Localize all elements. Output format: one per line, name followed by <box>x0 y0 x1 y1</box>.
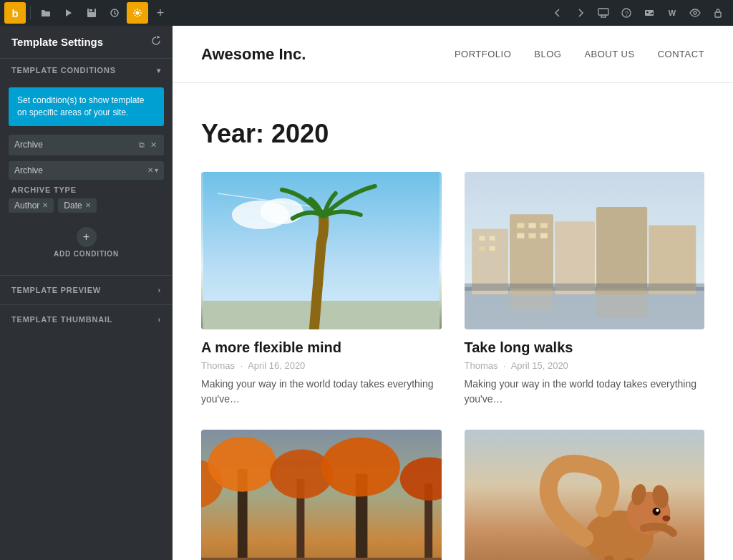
svg-rect-40 <box>510 289 553 311</box>
page-content: Year: 2020 <box>173 83 733 560</box>
plus-icon[interactable]: + <box>150 2 171 24</box>
blog-card-2: Take long walks Thomas · April 15, 2020 … <box>465 172 705 407</box>
svg-rect-16 <box>715 12 721 17</box>
template-thumbnail-section: Template Thumbnail › <box>0 304 173 334</box>
svg-rect-6 <box>598 9 608 15</box>
palm-image <box>201 172 442 329</box>
add-condition-button[interactable]: + <box>77 227 97 247</box>
blog-author-1: Thomas <box>201 360 235 371</box>
toolbar-separator-1 <box>30 6 31 20</box>
svg-rect-36 <box>517 233 524 238</box>
svg-rect-38 <box>540 233 547 238</box>
chevron-down-icon: ▾ <box>157 67 161 74</box>
desktop-icon[interactable] <box>593 2 614 24</box>
template-conditions-content: Set condition(s) to show template on spe… <box>0 82 173 275</box>
blog-card-3 <box>201 430 442 560</box>
svg-rect-27 <box>596 207 647 294</box>
add-condition-area: + ADD CONDITION <box>9 221 164 264</box>
nav-portfolio[interactable]: PORTFOLIO <box>455 49 511 59</box>
content-area: Awesome Inc. PORTFOLIO BLOG ABOUT US CON… <box>173 26 733 560</box>
city-image <box>465 172 705 329</box>
top-toolbar: b + ? W <box>0 0 733 26</box>
svg-rect-37 <box>528 233 535 238</box>
select-value: Archive <box>14 165 43 175</box>
svg-rect-33 <box>517 223 524 228</box>
conditions-info-box: Set condition(s) to show template on spe… <box>9 87 164 126</box>
svg-marker-0 <box>66 9 72 16</box>
folder-icon[interactable] <box>35 2 57 24</box>
chevron-right-thumbnail-icon: › <box>158 315 161 324</box>
nav-contact[interactable]: CONTACT <box>658 49 704 59</box>
archive-type-label: Archive Type <box>9 185 164 194</box>
svg-point-5 <box>136 11 140 15</box>
media-icon[interactable] <box>639 2 660 24</box>
template-preview-section: Template Preview › <box>0 275 173 304</box>
main-layout: Template Settings Template Conditions ▾ … <box>0 26 733 560</box>
sidebar: Template Settings Template Conditions ▾ … <box>0 26 173 560</box>
date-tag-close-icon[interactable]: ✕ <box>85 201 91 209</box>
blog-card-1: A more flexible mind Thomas · April 16, … <box>201 172 442 407</box>
nav-blog[interactable]: BLOG <box>534 49 561 59</box>
toolbar-right: ? W <box>547 2 729 24</box>
svg-rect-3 <box>89 9 92 11</box>
help-icon[interactable]: ? <box>616 2 637 24</box>
svg-point-51 <box>321 438 400 497</box>
select-arrows-icon: ✕ ▾ <box>147 166 158 174</box>
blog-excerpt-1: Making your way in the world today takes… <box>201 377 442 407</box>
blog-title-2: Take long walks <box>465 339 705 356</box>
svg-point-64 <box>662 516 670 521</box>
history-icon[interactable] <box>104 2 125 24</box>
forward-icon[interactable] <box>570 2 591 24</box>
template-conditions-section: Template Conditions ▾ Set condition(s) t… <box>0 58 173 275</box>
svg-rect-32 <box>489 246 495 251</box>
date-tag[interactable]: Date ✕ <box>58 198 96 213</box>
condition-duplicate-icon[interactable]: ⧉ <box>137 139 146 151</box>
site-logo: Awesome Inc. <box>201 45 306 64</box>
blog-date-1: April 16, 2020 <box>248 360 305 371</box>
date-tag-label: Date <box>64 201 82 211</box>
svg-point-13 <box>646 11 649 14</box>
settings-icon[interactable] <box>127 2 148 24</box>
autumn-image <box>201 430 442 560</box>
meta-dot-1: · <box>241 360 243 371</box>
condition-row: Archive ⧉ ✕ <box>9 135 164 155</box>
svg-rect-21 <box>203 301 440 329</box>
svg-rect-29 <box>479 236 485 241</box>
blog-image-4 <box>465 430 705 560</box>
sidebar-title: Template Settings <box>11 36 103 48</box>
brand-icon[interactable]: b <box>4 2 26 24</box>
svg-point-49 <box>208 437 277 492</box>
wp-icon[interactable]: W <box>661 2 683 24</box>
svg-rect-30 <box>489 236 495 241</box>
blog-excerpt-2: Making your way in the world today takes… <box>465 377 705 407</box>
archive-tags-row: Author ✕ Date ✕ <box>9 198 164 213</box>
nav-links: PORTFOLIO BLOG ABOUT US CONTACT <box>455 49 704 59</box>
site-nav: Awesome Inc. PORTFOLIO BLOG ABOUT US CON… <box>173 26 733 83</box>
template-conditions-header[interactable]: Template Conditions ▾ <box>0 59 173 82</box>
archive-select[interactable]: Archive ✕ ▾ <box>9 161 164 180</box>
template-preview-header[interactable]: Template Preview › <box>0 276 173 304</box>
back-icon[interactable] <box>547 2 568 24</box>
template-thumbnail-header[interactable]: Template Thumbnail › <box>0 305 173 334</box>
blog-meta-2: Thomas · April 15, 2020 <box>465 360 705 371</box>
author-tag[interactable]: Author ✕ <box>9 198 54 213</box>
blog-meta-1: Thomas · April 16, 2020 <box>201 360 442 371</box>
page-year-title: Year: 2020 <box>201 119 704 149</box>
condition-label: Archive <box>14 140 43 150</box>
play-icon[interactable] <box>58 2 79 24</box>
svg-rect-35 <box>540 223 547 228</box>
svg-rect-31 <box>479 246 485 251</box>
condition-icons: ⧉ ✕ <box>137 139 158 151</box>
blog-image-2 <box>465 172 705 329</box>
lock-icon[interactable] <box>707 2 729 24</box>
svg-text:?: ? <box>625 10 628 17</box>
condition-delete-icon[interactable]: ✕ <box>149 139 158 151</box>
author-tag-close-icon[interactable]: ✕ <box>42 201 48 209</box>
eye-icon[interactable] <box>684 2 706 24</box>
nav-about[interactable]: ABOUT US <box>584 49 634 59</box>
refresh-icon[interactable] <box>151 36 161 48</box>
svg-rect-39 <box>465 284 705 291</box>
svg-rect-34 <box>528 223 535 228</box>
save-icon[interactable] <box>81 2 102 24</box>
conditions-info-text: Set condition(s) to show template on spe… <box>17 95 144 117</box>
